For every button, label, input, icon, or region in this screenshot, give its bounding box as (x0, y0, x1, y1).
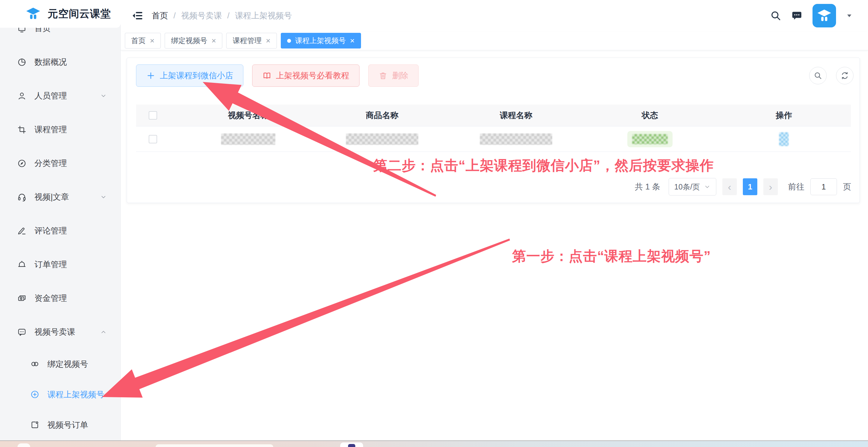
goto-page-input[interactable] (810, 178, 837, 195)
sidebar-item-video-article[interactable]: 视频|文章 (0, 180, 120, 214)
active-tab-dot (287, 39, 291, 43)
sidebar-item-funds-mgmt[interactable]: 资金管理 (0, 281, 120, 315)
close-icon[interactable]: × (350, 36, 355, 45)
sidebar-item-bind-channel[interactable]: 绑定视频号 (0, 349, 120, 379)
status-text-redacted (632, 134, 668, 144)
sidebar-item-label: 人员管理 (34, 90, 67, 101)
page-number-1[interactable]: 1 (743, 178, 757, 195)
table-header-row: 视频号名称 商品名称 课程名称 状态 操作 (136, 105, 851, 127)
add-course-label: 上架课程到微信小店 (160, 70, 233, 81)
pagination: 共 1 条 10条/页 ‹ 1 › 前往 页 (635, 178, 851, 196)
breadcrumb-item[interactable]: 视频号卖课 (181, 10, 222, 21)
sidebar-item-channel-sell[interactable]: 视频号卖课 (0, 315, 120, 349)
tab-首页[interactable]: 首页× (125, 33, 161, 48)
tutorial-button[interactable]: 上架视频号必看教程 (252, 65, 360, 87)
prev-page-button[interactable]: ‹ (722, 178, 737, 195)
cell-course-name-redacted (480, 133, 552, 145)
sidebar-item-order-mgmt[interactable]: 订单管理 (0, 248, 120, 281)
graduation-cap-icon (25, 6, 41, 22)
sidebar-item-label: 评论管理 (34, 225, 67, 236)
pie-chart-icon (17, 58, 27, 67)
table-row (136, 127, 851, 152)
topbar-right (770, 4, 852, 27)
tab-label: 首页 (131, 36, 146, 45)
column-header: 商品名称 (315, 110, 449, 121)
sidebar-item-label: 资金管理 (34, 293, 67, 304)
table-card: 上架课程到微信小店 上架视频号必看教程 删除 (127, 58, 860, 203)
sidebar: 首页数据概况人员管理课程管理分类管理视频|文章评论管理订单管理资金管理视频号卖课… (0, 0, 121, 447)
chevron-down-icon[interactable] (846, 13, 852, 19)
sidebar-item-label: 视频号订单 (48, 420, 88, 431)
link-icon (30, 359, 39, 369)
sidebar-item-channel-orders[interactable]: 视频号订单 (0, 410, 120, 440)
sidebar-item-label: 分类管理 (34, 158, 67, 169)
chevron-down-icon (704, 183, 711, 190)
tab-绑定视频号[interactable]: 绑定视频号× (165, 33, 222, 48)
sidebar-item-category-mgmt[interactable]: 分类管理 (0, 146, 120, 180)
desktop-strip-shape (18, 443, 30, 447)
breadcrumb-separator: / (174, 11, 176, 21)
delete-button[interactable]: 删除 (368, 65, 418, 87)
avatar[interactable] (812, 4, 836, 27)
sidebar-item-course-publish[interactable]: 课程上架视频号 (0, 379, 120, 410)
row-action-icon-redacted[interactable] (779, 132, 789, 146)
tabbar: 首页×绑定视频号×课程管理×课程上架视频号× (121, 31, 868, 50)
next-page-button[interactable]: › (763, 178, 778, 195)
close-icon[interactable]: × (150, 36, 154, 45)
chevron-down-icon (100, 194, 107, 201)
refresh-button[interactable] (836, 67, 854, 84)
cell-video-account-name-redacted (221, 133, 275, 145)
compass-icon (17, 159, 27, 168)
close-icon[interactable]: × (266, 36, 270, 45)
tab-label: 课程管理 (232, 36, 261, 45)
desktop-app-icon (348, 444, 355, 447)
book-icon (262, 71, 272, 80)
app-title: 元空间云课堂 (48, 7, 111, 21)
sidebar-item-data-overview[interactable]: 数据概况 (0, 45, 120, 79)
close-icon[interactable]: × (211, 36, 216, 45)
order-doc-icon (30, 420, 39, 429)
message-icon[interactable] (792, 10, 802, 21)
chat-icon (17, 328, 27, 337)
chevron-up-icon (100, 328, 107, 336)
table-search-button[interactable] (809, 67, 827, 84)
select-all-checkbox[interactable] (149, 111, 157, 119)
crop-icon (17, 125, 27, 134)
tab-课程管理[interactable]: 课程管理× (226, 33, 277, 48)
delete-label: 删除 (392, 70, 408, 81)
sidebar-item-staff-mgmt[interactable]: 人员管理 (0, 79, 120, 113)
status-badge (627, 131, 673, 147)
chevron-down-icon (100, 92, 107, 99)
sidebar-item-label: 视频|文章 (34, 192, 69, 202)
user-icon (17, 91, 27, 101)
desktop-strip-card (155, 444, 274, 447)
breadcrumb: 首页/视频号卖课/课程上架视频号 (152, 10, 292, 21)
plus-icon (146, 71, 155, 80)
headset-icon (17, 193, 27, 202)
tab-课程上架视频号[interactable]: 课程上架视频号× (281, 33, 361, 48)
sidebar-collapse-icon[interactable] (132, 10, 143, 22)
breadcrumb-item[interactable]: 课程上架视频号 (235, 10, 292, 21)
page-size-select[interactable]: 10条/页 (669, 178, 716, 196)
total-count: 共 1 条 (635, 181, 660, 192)
sidebar-item-label: 课程管理 (34, 124, 67, 135)
main-area: 首页/视频号卖课/课程上架视频号 (121, 0, 868, 447)
search-icon (813, 71, 823, 80)
sidebar-item-label: 视频号卖课 (34, 326, 75, 337)
sidebar-item-comment-mgmt[interactable]: 评论管理 (0, 214, 120, 248)
page: 首页数据概况人员管理课程管理分类管理视频|文章评论管理订单管理资金管理视频号卖课… (0, 0, 868, 447)
goto-label: 前往 (788, 181, 804, 192)
sidebar-item-course-mgmt[interactable]: 课程管理 (0, 113, 120, 146)
row-checkbox[interactable] (149, 135, 157, 143)
breadcrumb-separator: / (227, 11, 230, 21)
sidebar-item-label: 数据概况 (34, 57, 67, 67)
tutorial-label: 上架视频号必看教程 (276, 70, 349, 81)
page-size-value: 10条/页 (674, 182, 700, 192)
refresh-icon (840, 71, 849, 80)
add-course-to-store-button[interactable]: 上架课程到微信小店 (136, 65, 243, 87)
breadcrumb-item[interactable]: 首页 (152, 10, 168, 21)
page-unit-label: 页 (843, 181, 851, 192)
search-icon[interactable] (770, 10, 781, 21)
app-logo: 元空间云课堂 (0, 0, 121, 28)
sidebar-item-label: 订单管理 (34, 259, 67, 270)
